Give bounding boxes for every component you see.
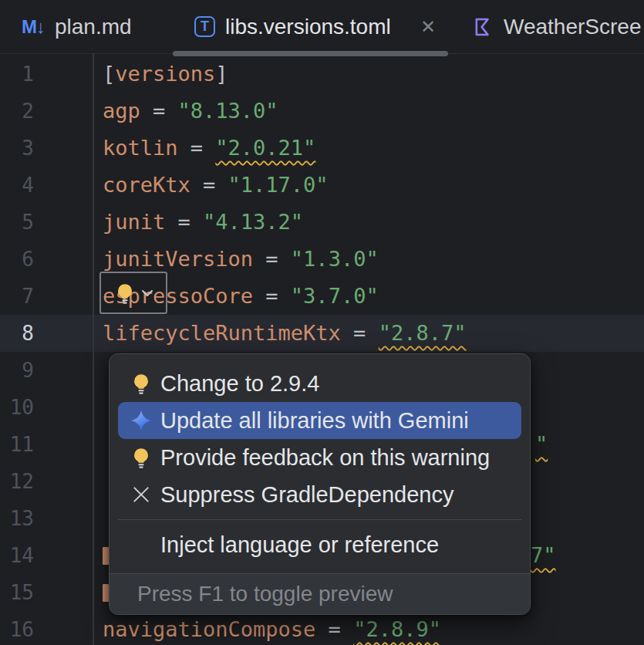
line-number: 14 xyxy=(0,537,34,574)
line-number: 1 xyxy=(0,56,34,93)
clipped-code-fragment xyxy=(103,547,109,565)
markdown-file-icon: M↓ xyxy=(22,16,45,38)
lightbulb-icon xyxy=(113,282,137,305)
lightbulb-icon xyxy=(129,445,153,470)
menu-item-label: Provide feedback on this warning xyxy=(160,445,490,471)
lightbulb-icon xyxy=(129,371,153,396)
line-number: 7 xyxy=(0,278,34,315)
code-text: junit = "4.13.2" xyxy=(103,204,303,241)
line-number: 13 xyxy=(0,500,34,537)
code-line-4[interactable]: 4coreKtx = "1.17.0" xyxy=(0,167,644,204)
gemini-sparkle-icon xyxy=(129,408,153,433)
toml-file-icon: T xyxy=(194,16,215,37)
close-tab-icon[interactable]: ✕ xyxy=(420,18,436,36)
line-number: 10 xyxy=(0,389,34,426)
line-number: 3 xyxy=(0,130,34,167)
tab-plan-md[interactable]: M↓ plan.md xyxy=(0,0,173,53)
code-line-8[interactable]: 8lifecycleRuntimeKtx = "2.8.7" xyxy=(0,315,644,352)
code-line-5[interactable]: 5junit = "4.13.2" xyxy=(0,204,644,241)
line-number: 2 xyxy=(0,93,34,130)
code-line-3[interactable]: 3kotlin = "2.0.21" xyxy=(0,130,644,167)
line-number: 11 xyxy=(0,426,34,463)
line-number: 15 xyxy=(0,574,34,611)
editor-tab-bar: M↓ plan.md T libs.versions.toml ✕ Weathe… xyxy=(0,0,644,54)
tab-libs-versions-toml[interactable]: T libs.versions.toml ✕ xyxy=(173,0,448,53)
popup-footer-hint: Press F1 to toggle preview xyxy=(110,573,530,614)
line-number: 12 xyxy=(0,463,34,500)
gutter-separator xyxy=(93,54,94,645)
code-text: [versions] xyxy=(103,56,228,93)
clipped-code-fragment xyxy=(103,584,109,602)
menu-item-inject-language-or-reference[interactable]: Inject language or reference xyxy=(118,526,521,563)
line-number: 4 xyxy=(0,167,34,204)
tab-label: plan.md xyxy=(55,15,132,39)
kotlin-file-icon xyxy=(472,16,494,38)
line-number: 6 xyxy=(0,241,34,278)
menu-item-label: Change to 2.9.4 xyxy=(160,371,319,397)
menu-item-label: Inject language or reference xyxy=(160,532,439,558)
menu-item-label: Update all libraries with Gemini xyxy=(160,408,469,434)
code-text: lifecycleRuntimeKtx = "2.8.7" xyxy=(103,315,466,352)
tab-label: libs.versions.toml xyxy=(225,15,391,39)
code-text: coreKtx = "1.17.0" xyxy=(103,167,329,204)
menu-item-update-all-libraries-with-gemini[interactable]: Update all libraries with Gemini xyxy=(118,402,521,439)
line-number: 8 xyxy=(0,315,34,352)
code-text: agp = "8.13.0" xyxy=(103,93,278,130)
intention-actions-group: Change to 2.9.4 Update all libraries wit… xyxy=(110,365,530,513)
menu-item-change-to-2-9-4[interactable]: Change to 2.9.4 xyxy=(118,365,521,402)
code-line-2[interactable]: 2agp = "8.13.0" xyxy=(0,93,644,130)
chevron-down-icon xyxy=(141,289,153,298)
code-line-7[interactable]: 7espressoCore = "3.7.0" xyxy=(0,278,644,315)
code-fragment: 7" xyxy=(531,537,556,574)
tab-label: WeatherScree xyxy=(504,15,641,39)
intention-actions-popup: Change to 2.9.4 Update all libraries wit… xyxy=(109,353,531,615)
line-number: 5 xyxy=(0,204,34,241)
code-fragment: " xyxy=(535,426,548,463)
line-number: 16 xyxy=(0,611,34,645)
intention-bulb-widget[interactable] xyxy=(99,272,167,314)
menu-item-label: Suppress GradleDependency xyxy=(160,482,453,508)
active-tab-indicator xyxy=(173,51,448,56)
menu-item-suppress-gradledependency[interactable]: Suppress GradleDependency xyxy=(118,476,521,513)
code-line-1[interactable]: 1[versions] xyxy=(0,56,644,93)
code-line-16[interactable]: 16navigationCompose = "2.8.9" xyxy=(0,611,644,645)
menu-separator xyxy=(118,519,521,520)
code-text: navigationCompose = "2.8.9" xyxy=(103,611,441,645)
tab-weatherscreen[interactable]: WeatherScree xyxy=(448,0,644,53)
code-text: kotlin = "2.0.21" xyxy=(103,130,315,167)
close-x-icon xyxy=(129,482,153,507)
menu-item-provide-feedback-on-this-warning[interactable]: Provide feedback on this warning xyxy=(118,439,521,476)
intention-actions-group: Inject language or reference xyxy=(110,526,530,563)
line-number: 9 xyxy=(0,352,34,389)
code-line-6[interactable]: 6junitVersion = "1.3.0" xyxy=(0,241,644,278)
